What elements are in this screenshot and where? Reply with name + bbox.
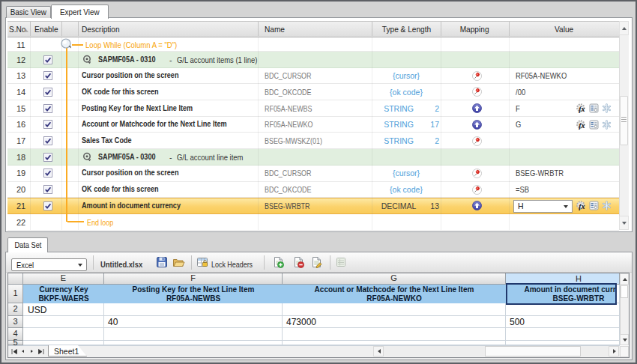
svg-text:fx: fx <box>579 105 585 113</box>
svg-text:fx: fx <box>579 202 585 210</box>
svg-text:fx: fx <box>579 121 585 129</box>
